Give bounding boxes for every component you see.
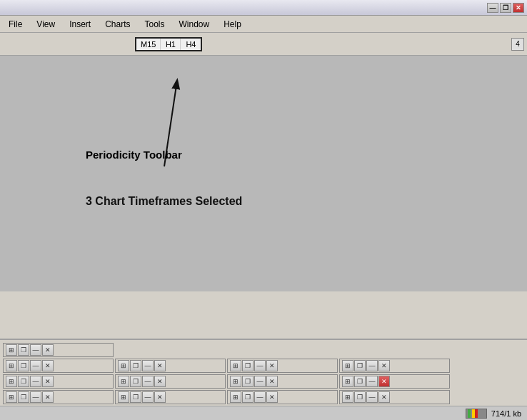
- chart-btn-min-2-3[interactable]: —: [254, 360, 266, 371]
- chart-btn-copy-1-1[interactable]: ❐: [18, 344, 29, 356]
- menu-insert[interactable]: Insert: [64, 18, 96, 31]
- chart-btn-copy-2-3[interactable]: ❐: [242, 360, 254, 371]
- menu-help[interactable]: Help: [218, 18, 247, 31]
- chart-row-3: ⊞ ❐ — ✕ ⊞ ❐ — ✕ ⊞ ❐ — ✕ ⊞ ❐ — ✕: [3, 374, 524, 389]
- timeframes-label: 3 Chart Timeframes Selected: [86, 195, 242, 208]
- chart-btn-min-3-1[interactable]: —: [30, 376, 41, 387]
- chart-tab-3-2: ⊞ ❐ — ✕: [115, 374, 226, 389]
- chart-btn-min-4-1[interactable]: —: [30, 391, 41, 403]
- chart-btn-close-4-2[interactable]: ✕: [154, 391, 166, 403]
- chart-btn-close-2-4[interactable]: ✕: [378, 360, 390, 371]
- menu-bar: File View Insert Charts Tools Window Hel…: [0, 16, 527, 33]
- chart-tab-1-1: ⊞ ❐ — ✕: [3, 343, 114, 357]
- chart-tab-4-1: ⊞ ❐ — ✕: [3, 390, 114, 404]
- period-m15-button[interactable]: M15: [136, 39, 161, 50]
- bottom-panel: ⊞ ❐ — ✕ ⊞ ❐ — ✕ ⊞ ❐ — ✕ ⊞ ❐ —: [0, 339, 527, 420]
- menu-window[interactable]: Window: [174, 18, 216, 31]
- chart-tab-3-1: ⊞ ❐ — ✕: [3, 374, 114, 389]
- chart-tab-4-3: ⊞ ❐ — ✕: [227, 390, 338, 404]
- chart-btn-copy-2-2[interactable]: ❐: [130, 360, 141, 371]
- chart-tab-3-3: ⊞ ❐ — ✕: [227, 374, 338, 389]
- chart-btn-restore-4-4[interactable]: ⊞: [342, 391, 353, 403]
- close-button[interactable]: ✕: [513, 3, 524, 13]
- chart-btn-close-2-3[interactable]: ✕: [266, 360, 278, 371]
- chart-tab-2-2: ⊞ ❐ — ✕: [115, 359, 226, 373]
- toolbar-area: M15 H1 H4 4: [0, 33, 527, 56]
- chart-tab-2-3: ⊞ ❐ — ✕: [227, 359, 338, 373]
- chart-btn-min-2-4[interactable]: —: [366, 360, 378, 371]
- chart-btn-min-1-1[interactable]: —: [30, 344, 41, 356]
- chart-btn-close-3-1[interactable]: ✕: [42, 376, 54, 387]
- menu-charts[interactable]: Charts: [99, 18, 136, 31]
- chart-btn-copy-3-4[interactable]: ❐: [354, 376, 366, 387]
- chart-tab-4-4: ⊞ ❐ — ✕: [339, 390, 450, 404]
- main-content: Periodicity Toolbar 3 Chart Timeframes S…: [0, 56, 527, 291]
- chart-btn-copy-2-1[interactable]: ❐: [18, 360, 29, 371]
- chart-btn-restore-4-1[interactable]: ⊞: [6, 391, 17, 403]
- chart-btn-close-4-3[interactable]: ✕: [266, 391, 278, 403]
- chart-btn-copy-4-2[interactable]: ❐: [130, 391, 141, 403]
- chart-btn-copy-3-2[interactable]: ❐: [130, 376, 141, 387]
- annotation-label: Periodicity Toolbar: [86, 149, 182, 161]
- chart-btn-min-2-2[interactable]: —: [142, 360, 154, 371]
- chart-btn-copy-3-3[interactable]: ❐: [242, 376, 254, 387]
- chart-btn-min-3-3[interactable]: —: [254, 376, 266, 387]
- chart-row-2: ⊞ ❐ — ✕ ⊞ ❐ — ✕ ⊞ ❐ — ✕ ⊞ ❐ — ✕: [3, 359, 524, 373]
- status-size-label: 714/1 kb: [491, 409, 521, 418]
- chart-btn-close-3-3[interactable]: ✕: [266, 376, 278, 387]
- chart-tab-3-4: ⊞ ❐ — ✕: [339, 374, 450, 389]
- menu-file[interactable]: File: [3, 18, 28, 31]
- chart-btn-close-4-4[interactable]: ✕: [378, 391, 390, 403]
- chart-btn-close-3-2[interactable]: ✕: [154, 376, 166, 387]
- chart-btn-copy-2-4[interactable]: ❐: [354, 360, 366, 371]
- chart-btn-restore-3-3[interactable]: ⊞: [230, 376, 241, 387]
- menu-view[interactable]: View: [31, 18, 61, 31]
- period-h4-button[interactable]: H4: [181, 39, 201, 50]
- chart-btn-min-4-2[interactable]: —: [142, 391, 154, 403]
- chart-btn-restore-2-3[interactable]: ⊞: [230, 360, 241, 371]
- menu-tools[interactable]: Tools: [139, 18, 171, 31]
- periodicity-toolbar: M15 H1 H4: [135, 37, 202, 51]
- chart-btn-restore-1-1[interactable]: ⊞: [6, 344, 17, 356]
- chart-btn-copy-3-1[interactable]: ❐: [18, 376, 29, 387]
- chart-btn-close-2-1[interactable]: ✕: [42, 360, 54, 371]
- chart-btn-close-3-4[interactable]: ✕: [378, 376, 390, 387]
- chart-btn-min-4-4[interactable]: —: [366, 391, 378, 403]
- title-bar: — ❐ ✕: [0, 0, 527, 16]
- restore-button[interactable]: ❐: [500, 3, 511, 13]
- chart-btn-close-2-2[interactable]: ✕: [154, 360, 166, 371]
- chart-btn-copy-4-3[interactable]: ❐: [242, 391, 254, 403]
- annotation-arrow: [0, 56, 527, 291]
- chart-btn-restore-4-3[interactable]: ⊞: [230, 391, 241, 403]
- period-h1-button[interactable]: H1: [161, 39, 181, 50]
- chart-btn-min-4-3[interactable]: —: [254, 391, 266, 403]
- chart-btn-restore-3-4[interactable]: ⊞: [342, 376, 353, 387]
- chart-btn-min-3-4[interactable]: —: [366, 376, 378, 387]
- chart-tab-2-4: ⊞ ❐ — ✕: [339, 359, 450, 373]
- chart-row-4: ⊞ ❐ — ✕ ⊞ ❐ — ✕ ⊞ ❐ — ✕ ⊞ ❐ — ✕: [3, 390, 524, 404]
- chart-btn-min-3-2[interactable]: —: [142, 376, 154, 387]
- minimize-button[interactable]: —: [487, 3, 498, 13]
- chart-btn-restore-2-4[interactable]: ⊞: [342, 360, 353, 371]
- chart-btn-copy-4-4[interactable]: ❐: [354, 391, 366, 403]
- chart-btn-close-4-1[interactable]: ✕: [42, 391, 54, 403]
- chart-btn-copy-4-1[interactable]: ❐: [18, 391, 29, 403]
- chart-btn-restore-3-1[interactable]: ⊞: [6, 376, 17, 387]
- chart-btn-restore-3-2[interactable]: ⊞: [118, 376, 129, 387]
- chart-btn-min-2-1[interactable]: —: [30, 360, 41, 371]
- chart-tab-4-2: ⊞ ❐ — ✕: [115, 390, 226, 404]
- status-icon: [466, 409, 487, 419]
- chart-btn-restore-4-2[interactable]: ⊞: [118, 391, 129, 403]
- chart-tabs-area: ⊞ ❐ — ✕ ⊞ ❐ — ✕ ⊞ ❐ — ✕ ⊞ ❐ —: [0, 340, 527, 404]
- chart-btn-close-1-1[interactable]: ✕: [42, 344, 54, 356]
- chart-row-1: ⊞ ❐ — ✕: [3, 343, 524, 357]
- status-bar: 714/1 kb: [0, 406, 527, 420]
- title-bar-buttons: — ❐ ✕: [487, 3, 524, 13]
- chart-btn-restore-2-2[interactable]: ⊞: [118, 360, 129, 371]
- chart-btn-restore-2-1[interactable]: ⊞: [6, 360, 17, 371]
- toolbar-expand-button[interactable]: 4: [511, 38, 524, 51]
- chart-tab-2-1: ⊞ ❐ — ✕: [3, 359, 114, 373]
